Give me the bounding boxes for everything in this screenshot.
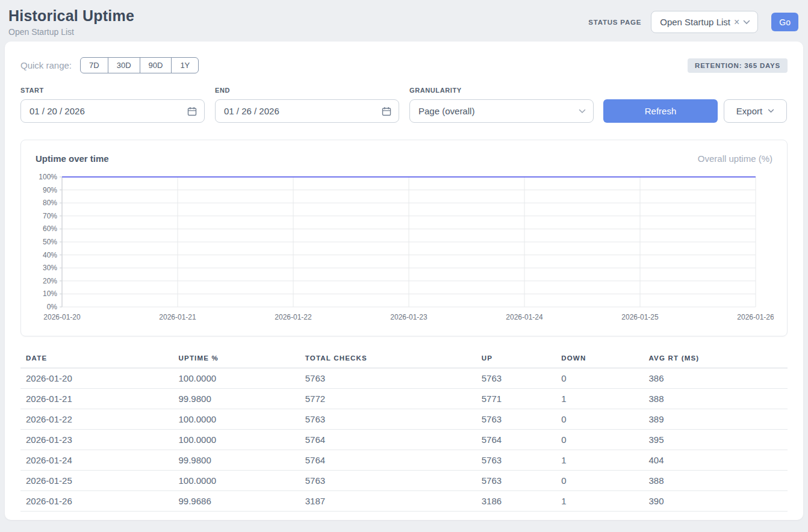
table-cell: 100.0000 bbox=[173, 430, 300, 450]
main-panel: Quick range: 7D30D90D1Y RETENTION: 365 D… bbox=[5, 42, 803, 520]
table-cell: 2026-01-20 bbox=[20, 368, 173, 389]
table-cell: 0 bbox=[556, 430, 643, 450]
table-cell: 99.9800 bbox=[173, 450, 300, 471]
svg-text:2026-01-26: 2026-01-26 bbox=[737, 313, 774, 321]
chart-legend: Overall uptime (%) bbox=[698, 153, 772, 164]
end-date-input[interactable]: 01 / 26 / 2026 bbox=[215, 99, 399, 123]
refresh-button[interactable]: Refresh bbox=[603, 99, 718, 123]
granularity-label: GRANULARITY bbox=[409, 87, 594, 94]
svg-text:60%: 60% bbox=[43, 224, 57, 233]
svg-text:10%: 10% bbox=[43, 289, 57, 298]
table-cell: 390 bbox=[643, 491, 788, 512]
table-cell: 99.9686 bbox=[173, 491, 300, 512]
table-cell: 0 bbox=[556, 368, 643, 389]
table-row: 2026-01-23100.0000576457640395 bbox=[20, 430, 788, 450]
retention-badge: RETENTION: 365 DAYS bbox=[688, 58, 788, 73]
status-page-controls: STATUS PAGE Open Startup List × Go bbox=[588, 11, 798, 33]
quick-range-30d[interactable]: 30D bbox=[108, 57, 140, 73]
quick-range-row: Quick range: 7D30D90D1Y RETENTION: 365 D… bbox=[20, 57, 788, 73]
table-cell: 1 bbox=[556, 450, 643, 471]
chart-title: Uptime over time bbox=[36, 153, 109, 164]
end-date-value: 01 / 26 / 2026 bbox=[224, 106, 279, 116]
calendar-icon[interactable] bbox=[187, 107, 197, 116]
chevron-down-icon bbox=[579, 109, 586, 114]
quick-range-1y[interactable]: 1Y bbox=[171, 57, 199, 73]
table-cell: 5764 bbox=[300, 430, 476, 450]
status-page-label: STATUS PAGE bbox=[588, 19, 641, 26]
table-cell: 2026-01-26 bbox=[20, 491, 173, 512]
svg-text:100%: 100% bbox=[39, 173, 57, 181]
status-page-select[interactable]: Open Startup List × bbox=[651, 11, 758, 33]
table-cell: 5764 bbox=[476, 430, 556, 450]
table-body: 2026-01-20100.00005763576303862026-01-21… bbox=[20, 368, 788, 512]
column-header-up: UP bbox=[476, 351, 556, 368]
quick-range-90d[interactable]: 90D bbox=[140, 57, 172, 73]
chevron-down-icon bbox=[768, 109, 774, 113]
quick-range-7d[interactable]: 7D bbox=[80, 57, 108, 73]
table-cell: 2026-01-22 bbox=[20, 409, 173, 430]
svg-text:30%: 30% bbox=[43, 264, 57, 272]
table-cell: 5763 bbox=[476, 368, 556, 389]
svg-text:2026-01-20: 2026-01-20 bbox=[43, 313, 81, 321]
table-row: 2026-01-2699.9686318731861390 bbox=[20, 491, 788, 512]
table-cell: 5763 bbox=[476, 450, 556, 471]
table-row: 2026-01-2499.9800576457631404 bbox=[20, 450, 788, 471]
table-row: 2026-01-2199.9800577257711388 bbox=[20, 389, 788, 409]
svg-text:2026-01-24: 2026-01-24 bbox=[506, 313, 543, 321]
granularity-field: GRANULARITY Page (overall) bbox=[409, 87, 594, 123]
table-cell: 5763 bbox=[476, 471, 556, 491]
table-cell: 388 bbox=[643, 389, 788, 409]
uptime-table: DATEUPTIME %TOTAL CHECKSUPDOWNAVG RT (MS… bbox=[20, 351, 788, 512]
start-label: START bbox=[20, 87, 205, 94]
table-row: 2026-01-20100.0000576357630386 bbox=[20, 368, 788, 389]
table-cell: 389 bbox=[643, 409, 788, 430]
start-date-input[interactable]: 01 / 20 / 2026 bbox=[20, 99, 205, 123]
quick-range-label: Quick range: bbox=[20, 60, 72, 70]
svg-text:2026-01-25: 2026-01-25 bbox=[621, 313, 659, 321]
table-head: DATEUPTIME %TOTAL CHECKSUPDOWNAVG RT (MS… bbox=[20, 351, 788, 368]
table-cell: 2026-01-25 bbox=[20, 471, 173, 491]
table-cell: 2026-01-24 bbox=[20, 450, 173, 471]
table-cell: 5764 bbox=[300, 450, 476, 471]
svg-text:70%: 70% bbox=[43, 212, 57, 220]
table-cell: 99.9800 bbox=[173, 389, 300, 409]
granularity-select[interactable]: Page (overall) bbox=[409, 99, 594, 123]
table-cell: 5763 bbox=[476, 409, 556, 430]
chevron-down-icon bbox=[743, 20, 750, 25]
uptime-chart-card: Uptime over time Overall uptime (%) 0%10… bbox=[20, 140, 788, 336]
svg-text:2026-01-22: 2026-01-22 bbox=[275, 313, 312, 321]
table-cell: 1 bbox=[556, 389, 643, 409]
svg-text:80%: 80% bbox=[43, 199, 57, 207]
table-row: 2026-01-25100.0000576357630388 bbox=[20, 471, 788, 491]
start-date-field: START 01 / 20 / 2026 bbox=[20, 87, 205, 123]
chart-header: Uptime over time Overall uptime (%) bbox=[36, 153, 772, 164]
table-cell: 0 bbox=[556, 409, 643, 430]
svg-text:90%: 90% bbox=[43, 186, 57, 194]
end-label: END bbox=[215, 87, 399, 94]
export-button[interactable]: Export bbox=[724, 99, 787, 123]
filter-row: START 01 / 20 / 2026 END 01 / 26 / 2026 bbox=[20, 87, 788, 123]
go-button[interactable]: Go bbox=[771, 13, 798, 31]
column-header-down: DOWN bbox=[556, 351, 643, 368]
table-cell: 100.0000 bbox=[173, 368, 300, 389]
export-label: Export bbox=[736, 106, 762, 116]
column-header-total-checks: TOTAL CHECKS bbox=[300, 351, 476, 368]
table-cell: 386 bbox=[643, 368, 788, 389]
page-title-block: Historical Uptime Open Startup List bbox=[8, 7, 134, 37]
table-cell: 404 bbox=[643, 450, 788, 471]
table-cell: 100.0000 bbox=[173, 471, 300, 491]
table-cell: 395 bbox=[643, 430, 788, 450]
table-cell: 2026-01-23 bbox=[20, 430, 173, 450]
table-cell: 5763 bbox=[300, 368, 476, 389]
table-cell: 3187 bbox=[300, 491, 476, 512]
table-row: 2026-01-22100.0000576357630389 bbox=[20, 409, 788, 430]
page-subtitle: Open Startup List bbox=[8, 27, 134, 37]
svg-text:20%: 20% bbox=[43, 277, 57, 285]
svg-text:2026-01-23: 2026-01-23 bbox=[390, 313, 427, 321]
calendar-icon[interactable] bbox=[382, 107, 391, 116]
table-cell: 100.0000 bbox=[173, 409, 300, 430]
granularity-selected-value: Page (overall) bbox=[418, 106, 474, 116]
clear-selection-icon[interactable]: × bbox=[734, 17, 739, 27]
table-cell: 5772 bbox=[300, 389, 476, 409]
page-header: Historical Uptime Open Startup List STAT… bbox=[0, 0, 808, 42]
